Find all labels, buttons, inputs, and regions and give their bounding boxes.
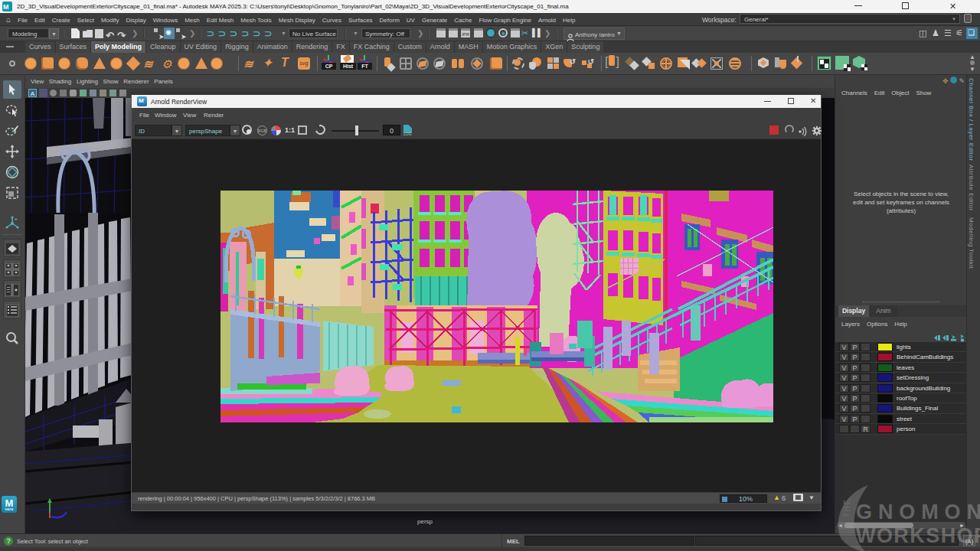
svg-text:+: + <box>15 217 18 221</box>
